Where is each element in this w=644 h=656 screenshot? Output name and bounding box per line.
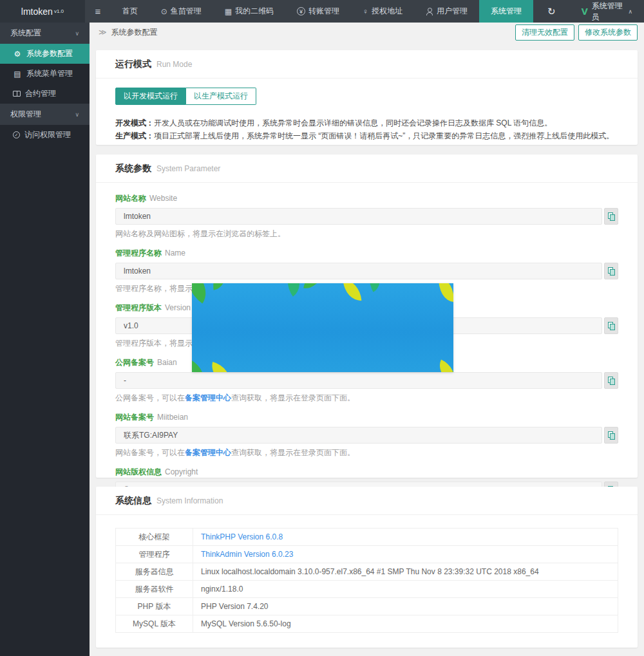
copy-button[interactable] [604,263,618,279]
breadcrumb-bar: ≫ 系统参数配置 清理无效配置 修改系统参数 [90,23,644,42]
sidebar-group-system-config[interactable]: 系统配置 ∨ [0,23,90,44]
nav-item-fry-management[interactable]: ⊙ 鱼苗管理 [149,0,213,23]
app-name-input[interactable] [115,263,602,279]
section-subtitle: Run Mode [156,60,192,69]
dev-mode-desc-label: 开发模式： [115,118,154,127]
floating-banner-image [192,283,453,372]
table-row: MySQL 版本 MySQL Version 5.6.50-log [116,615,618,633]
website-input[interactable] [115,208,602,225]
app-logo[interactable]: lmtokenv1.0 [0,0,85,23]
sidebar-item-access-permission[interactable]: ✓ 访问权限管理 [0,125,90,145]
field-label: 网站名称 [115,194,146,203]
clean-config-button[interactable]: 清理无效配置 [515,24,574,41]
person-icon [426,8,433,15]
field-label-en: Miitbeian [157,413,188,422]
sidebar-item-contract[interactable]: 合约管理 [0,84,90,104]
gear-icon: ⚙ [13,50,22,59]
prod-mode-desc-label: 生产模式： [115,131,154,140]
nav-item-auth-address[interactable]: ♀ 授权地址 [351,0,414,23]
copy-button[interactable] [604,372,618,389]
nav-item-transfer[interactable]: ¥ 转账管理 [285,0,351,23]
system-parameter-header: 系统参数 System Parameter [96,155,638,183]
top-navbar: lmtokenv1.0 ≡ 首页 ⊙ 鱼苗管理 ▦ 我的二维码 ¥ 转账管理 ♀… [0,0,644,23]
layout-icon: ▤ [13,70,22,79]
sidebar-group-permission[interactable]: 权限管理 ∨ [0,104,90,125]
info-value: Linux localhost.localdomain 3.10.0-957.e… [193,563,618,581]
sidebar-item-label: 系统参数配置 [26,48,73,59]
copy-button[interactable] [604,427,618,444]
location-pin-icon: ♀ [363,7,368,16]
copy-button[interactable] [604,208,618,225]
prod-mode-button[interactable]: 以生产模式运行 [186,88,256,105]
nav-item-label: 首页 [122,6,138,17]
field-website: 网站名称Website 网站名称及网站图标，将显示在浏览器的标签上。 [115,193,618,239]
nav-item-label: 转账管理 [308,6,339,17]
baian-input[interactable] [115,372,602,389]
sidebar-toggle-button[interactable]: ≡ [85,0,111,23]
admin-menu[interactable]: V 系统管理员 ∧ [570,1,644,23]
nav-item-label: 鱼苗管理 [171,6,202,17]
info-label: 服务器软件 [116,581,193,598]
run-mode-switch: 以开发模式运行 以生产模式运行 [115,88,256,105]
edit-params-button[interactable]: 修改系统参数 [578,24,638,41]
info-label: PHP 版本 [116,598,193,615]
chevron-up-icon: ∧ [628,8,632,15]
qrcode-icon: ▦ [225,7,232,16]
nav-item-home[interactable]: 首页 [111,0,149,23]
field-label-en: Version [165,303,191,312]
section-title: 系统参数 [115,163,151,174]
table-row: PHP 版本 PHP Version 7.4.20 [116,598,618,615]
field-label-en: Name [165,248,185,258]
sidebar-item-label: 合约管理 [25,88,56,99]
nav-item-system-management[interactable]: 系统管理 [479,0,533,23]
clock-icon: ⊙ [161,7,167,16]
nav-item-user-management[interactable]: 用户管理 [414,0,479,23]
copy-icon [608,431,615,440]
refresh-button[interactable]: ↻ [533,6,570,17]
field-label: 公网备案号 [115,358,154,367]
copy-button[interactable] [604,317,618,334]
yen-icon: ¥ [297,7,305,15]
sidebar-item-system-menu[interactable]: ▤ 系统菜单管理 [0,64,90,84]
info-label: 核心框架 [116,529,193,546]
field-label: 网站备案号 [115,413,154,422]
nav-item-label: 我的二维码 [235,6,274,17]
info-value: PHP Version 7.4.20 [193,598,618,615]
sidebar-item-label: 访问权限管理 [24,129,71,140]
app-version: v1.0 [54,8,64,14]
system-info-header: 系统信息 System Information [96,487,638,515]
avatar-v-icon: V [582,6,588,16]
info-label: MySQL 版本 [116,615,193,633]
field-label-en: Baian [157,358,177,367]
nav-item-my-qrcode[interactable]: ▦ 我的二维码 [213,0,285,23]
chevron-down-icon: ∨ [75,30,79,37]
breadcrumb: 系统参数配置 [111,27,158,38]
sidebar-item-system-parameter[interactable]: ⚙ 系统参数配置 [0,44,90,64]
field-label: 管理程序版本 [115,303,162,312]
thinkadmin-link[interactable]: ThinkAdmin Version 6.0.23 [201,550,293,559]
section-subtitle: System Information [156,496,223,505]
run-mode-card: 运行模式 Run Mode 以开发模式运行 以生产模式运行 开发模式：开发人员或… [96,50,638,145]
admin-name: 系统管理员 [592,1,625,23]
nav-item-label: 系统管理 [491,6,522,17]
beian-center-link[interactable]: 备案管理中心 [185,393,231,402]
thinkphp-link[interactable]: ThinkPHP Version 6.0.8 [201,532,283,541]
prod-mode-description: 生产模式：项目正式部署上线后使用，系统异常时统一显示 “页面错误！请稍后再试~”… [115,129,618,142]
copy-icon [608,267,615,276]
breadcrumb-caret-icon: ≫ [99,28,107,37]
dev-mode-button[interactable]: 以开发模式运行 [115,88,186,105]
section-title: 系统信息 [115,495,151,507]
check-circle-icon: ✓ [13,131,20,138]
chevron-down-icon: ∨ [75,111,79,118]
miitbeian-input[interactable] [115,427,602,444]
info-label: 服务器信息 [116,563,193,581]
sidebar-group-label: 系统配置 [10,28,41,39]
field-miitbeian: 网站备案号Miitbeian 网站备案号，可以在备案管理中心查询获取，将显示在登… [115,412,618,458]
prod-mode-desc-text: 项目正式部署上线后使用，系统异常时统一显示 “页面错误！请稍后再试~”，只记录重… [154,131,614,140]
info-value: MySQL Version 5.6.50-log [193,615,618,633]
contract-icon [13,91,21,97]
field-label: 管理程序名称 [115,248,162,258]
field-help: 公网备案号，可以在备案管理中心查询获取，将显示在登录页面下面。 [115,393,618,404]
beian-center-link[interactable]: 备案管理中心 [185,448,231,457]
field-help: 网站名称及网站图标，将显示在浏览器的标签上。 [115,229,618,239]
